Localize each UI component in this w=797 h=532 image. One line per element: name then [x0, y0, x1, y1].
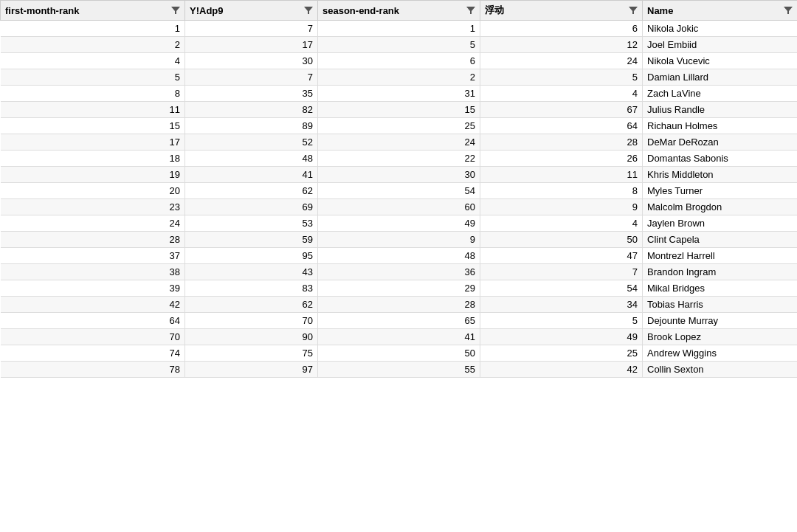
- player-name: Tobias Harris: [643, 297, 798, 313]
- cell-season-end-rank: 22: [318, 151, 480, 167]
- cell-first-month-rank: 19: [1, 167, 185, 183]
- cell-first-month-rank: 24: [1, 215, 185, 232]
- column-header-season-end-rank[interactable]: season-end-rank: [318, 1, 480, 21]
- column-header-first-month-rank[interactable]: first-month-rank: [1, 1, 185, 21]
- filter-icon[interactable]: [629, 6, 638, 15]
- cell-yadp9: 30: [185, 53, 318, 69]
- cell-season-end-rank: 24: [318, 134, 480, 151]
- cell-first-month-rank: 70: [1, 329, 185, 345]
- cell-float: 49: [480, 329, 643, 345]
- cell-float: 11: [480, 167, 643, 183]
- cell-float: 24: [480, 53, 643, 69]
- cell-season-end-rank: 41: [318, 329, 480, 345]
- cell-season-end-rank: 6: [318, 53, 480, 69]
- cell-first-month-rank: 1: [1, 21, 185, 37]
- cell-first-month-rank: 23: [1, 199, 185, 215]
- cell-yadp9: 7: [185, 21, 318, 37]
- cell-season-end-rank: 54: [318, 183, 480, 199]
- column-label-float: 浮动: [485, 4, 504, 17]
- cell-first-month-rank: 15: [1, 118, 185, 134]
- table-row: 19413011Khris Middleton: [1, 167, 798, 183]
- cell-float: 4: [480, 86, 643, 102]
- player-name: Clint Capela: [643, 232, 798, 248]
- column-header-name[interactable]: Name: [643, 1, 798, 21]
- svg-marker-0: [171, 7, 180, 14]
- player-name: Montrezl Harrell: [643, 248, 798, 264]
- player-name: Collin Sexton: [643, 362, 798, 378]
- cell-season-end-rank: 2: [318, 69, 480, 86]
- player-name: Andrew Wiggins: [643, 345, 798, 362]
- cell-first-month-rank: 5: [1, 69, 185, 86]
- player-name: Richaun Holmes: [643, 118, 798, 134]
- cell-season-end-rank: 60: [318, 199, 480, 215]
- column-label-season-end-rank: season-end-rank: [322, 5, 399, 16]
- column-label-first-month-rank: first-month-rank: [5, 5, 79, 16]
- cell-float: 26: [480, 151, 643, 167]
- cell-first-month-rank: 64: [1, 313, 185, 329]
- player-name: Zach LaVine: [643, 86, 798, 102]
- cell-season-end-rank: 50: [318, 345, 480, 362]
- table-row: 2859950Clint Capela: [1, 232, 798, 248]
- cell-season-end-rank: 28: [318, 297, 480, 313]
- player-name: Nikola Jokic: [643, 21, 798, 37]
- cell-season-end-rank: 65: [318, 313, 480, 329]
- player-name: Julius Randle: [643, 102, 798, 118]
- cell-float: 28: [480, 134, 643, 151]
- cell-yadp9: 35: [185, 86, 318, 102]
- column-header-float[interactable]: 浮动: [480, 1, 643, 21]
- cell-float: 5: [480, 313, 643, 329]
- column-header-yadp9[interactable]: Y!Adp9: [185, 1, 318, 21]
- svg-marker-3: [629, 7, 638, 14]
- column-label-yadp9: Y!Adp9: [190, 5, 224, 16]
- cell-float: 47: [480, 248, 643, 264]
- player-name: Joel Embiid: [643, 37, 798, 53]
- cell-float: 25: [480, 345, 643, 362]
- filter-icon[interactable]: [304, 6, 313, 15]
- table-row: 1716Nikola Jokic: [1, 21, 798, 37]
- player-name: Jaylen Brown: [643, 215, 798, 232]
- table-row: 39832954Mikal Bridges: [1, 280, 798, 297]
- svg-marker-4: [784, 7, 793, 14]
- cell-float: 8: [480, 183, 643, 199]
- filter-icon[interactable]: [171, 6, 180, 15]
- cell-yadp9: 97: [185, 362, 318, 378]
- cell-yadp9: 75: [185, 345, 318, 362]
- player-name: Khris Middleton: [643, 167, 798, 183]
- cell-first-month-rank: 4: [1, 53, 185, 69]
- table-row: 2453494Jaylen Brown: [1, 215, 798, 232]
- cell-season-end-rank: 29: [318, 280, 480, 297]
- player-name: Damian Lillard: [643, 69, 798, 86]
- cell-season-end-rank: 9: [318, 232, 480, 248]
- column-label-name: Name: [647, 5, 673, 16]
- table-row: 2369609Malcolm Brogdon: [1, 199, 798, 215]
- cell-yadp9: 17: [185, 37, 318, 53]
- cell-season-end-rank: 30: [318, 167, 480, 183]
- cell-first-month-rank: 38: [1, 264, 185, 280]
- cell-float: 7: [480, 264, 643, 280]
- cell-float: 4: [480, 215, 643, 232]
- cell-yadp9: 52: [185, 134, 318, 151]
- cell-first-month-rank: 28: [1, 232, 185, 248]
- table-row: 42622834Tobias Harris: [1, 297, 798, 313]
- cell-season-end-rank: 31: [318, 86, 480, 102]
- cell-yadp9: 53: [185, 215, 318, 232]
- table-row: 78975542Collin Sexton: [1, 362, 798, 378]
- cell-first-month-rank: 18: [1, 151, 185, 167]
- cell-first-month-rank: 17: [1, 134, 185, 151]
- table-row: 74755025Andrew Wiggins: [1, 345, 798, 362]
- cell-first-month-rank: 11: [1, 102, 185, 118]
- filter-icon[interactable]: [784, 6, 793, 15]
- filter-icon[interactable]: [466, 6, 475, 15]
- cell-season-end-rank: 5: [318, 37, 480, 53]
- cell-season-end-rank: 36: [318, 264, 480, 280]
- svg-marker-2: [466, 7, 475, 14]
- table-row: 70904149Brook Lopez: [1, 329, 798, 345]
- player-name: Domantas Sabonis: [643, 151, 798, 167]
- cell-first-month-rank: 74: [1, 345, 185, 362]
- table-row: 6470655Dejounte Murray: [1, 313, 798, 329]
- cell-yadp9: 69: [185, 199, 318, 215]
- cell-season-end-rank: 49: [318, 215, 480, 232]
- cell-yadp9: 48: [185, 151, 318, 167]
- table-row: 5725Damian Lillard: [1, 69, 798, 86]
- cell-first-month-rank: 78: [1, 362, 185, 378]
